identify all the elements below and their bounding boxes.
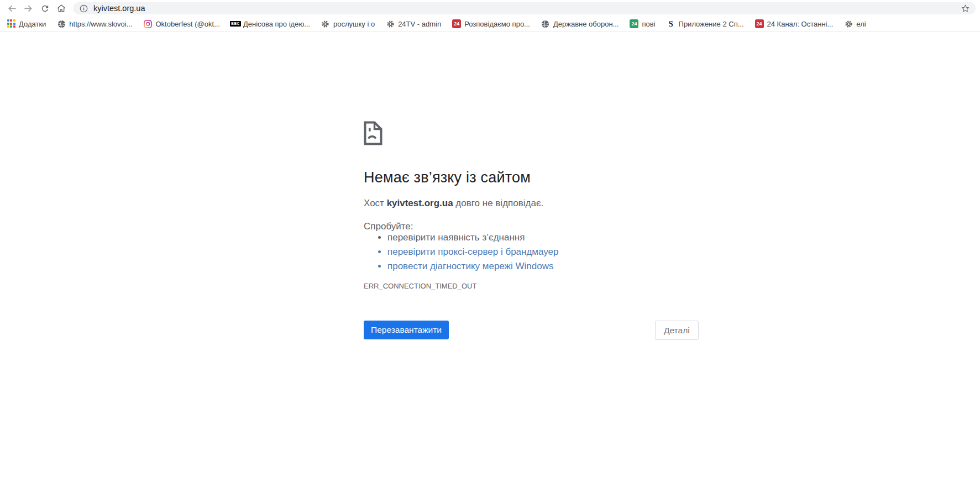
bookmark-24kanal[interactable]: 24 24 Канал: Останні... — [753, 18, 836, 29]
bookmark-prilozhenie[interactable]: S Приложение 2 Сп... — [664, 18, 746, 29]
host-prefix: Хост — [364, 198, 387, 208]
browser-window: kyivtest.org.ua Додатки https://www.slov… — [0, 0, 980, 477]
details-button[interactable]: Деталі — [655, 321, 699, 340]
badge-24-green-icon: 24 — [630, 19, 638, 28]
bookmark-povi[interactable]: 24 пові — [627, 18, 657, 29]
bookmark-label: 24TV - admin — [398, 20, 441, 28]
globe-icon — [541, 19, 550, 28]
bookmark-eli[interactable]: елі — [842, 18, 868, 29]
badge-24-red-icon: 24 — [452, 19, 461, 28]
reload-page-button[interactable]: Перезавантажити — [364, 321, 449, 339]
apps-grid-icon — [7, 19, 15, 28]
back-arrow-icon — [7, 3, 17, 14]
bookmark-label: Приложение 2 Сп... — [679, 20, 744, 28]
sad-page-icon — [364, 121, 382, 148]
bookmark-roslushku[interactable]: рослушку і о — [319, 18, 377, 29]
globe-icon — [57, 19, 66, 28]
back-button[interactable] — [3, 1, 20, 15]
browser-toolbar: kyivtest.org.ua — [0, 0, 980, 17]
error-code: ERR_CONNECTION_TIMED_OUT — [364, 282, 476, 290]
error-title: Немає зв’язку із сайтом — [364, 169, 531, 186]
forward-button[interactable] — [20, 1, 36, 15]
gear-icon — [321, 19, 330, 28]
bookmark-star-icon[interactable] — [961, 4, 970, 13]
bookmark-label: Розповідаємо про... — [464, 20, 530, 28]
address-bar[interactable]: kyivtest.org.ua — [73, 2, 976, 14]
bookmark-label: пові — [642, 20, 655, 28]
instagram-icon — [143, 19, 152, 28]
forward-arrow-icon — [23, 3, 34, 14]
bookmark-denisova[interactable]: BBC Денісова про ідею... — [229, 18, 312, 29]
bookmark-label: Денісова про ідею... — [243, 20, 310, 28]
url-text[interactable]: kyivtest.org.ua — [93, 4, 527, 13]
bookmark-slovoidilo[interactable]: https://www.slovoi... — [55, 18, 134, 29]
bookmark-rozpovidaemo[interactable]: 24 Розповідаємо про... — [450, 18, 532, 29]
host-name: kyivtest.org.ua — [387, 198, 453, 208]
home-button[interactable] — [53, 1, 70, 15]
bookmark-derzhavne[interactable]: Державне оборон... — [539, 18, 621, 29]
bookmark-label: Oktoberfest (@okt... — [155, 20, 220, 28]
home-icon — [56, 3, 66, 13]
gear-icon — [386, 19, 395, 28]
bookmarks-bar: Додатки https://www.slovoi... Oktoberfes… — [0, 17, 980, 32]
suggestions-list: перевірити наявність з’єднання перевірит… — [365, 230, 559, 273]
bookmark-label: Державне оборон... — [553, 20, 619, 28]
error-subtitle: Хост kyivtest.org.ua довго не відповідає… — [364, 198, 543, 209]
bookmark-label: елі — [856, 20, 866, 28]
page-info-icon[interactable] — [80, 4, 88, 13]
bookmark-label: рослушку і о — [333, 20, 375, 28]
bookmark-label: Додатки — [19, 20, 46, 28]
suggestion-windows-diagnostics-link[interactable]: провести діагностику мережі Windows — [387, 260, 559, 273]
suggestion-check-connection: перевірити наявність з’єднання — [387, 231, 559, 244]
suggestion-proxy-firewall-link[interactable]: перевірити проксі-сервер і брандмауер — [387, 245, 559, 259]
reload-button[interactable] — [36, 1, 53, 15]
bookmark-apps[interactable]: Додатки — [4, 18, 48, 29]
badge-24-red-icon: 24 — [755, 19, 764, 28]
bookmark-label: https://www.slovoi... — [69, 20, 132, 28]
reload-icon — [40, 4, 50, 13]
bookmark-label: 24 Канал: Останні... — [767, 20, 834, 28]
gear-icon — [844, 19, 853, 28]
bbc-icon: BBC — [231, 19, 240, 28]
bookmark-24tv-admin[interactable]: 24TV - admin — [384, 18, 443, 29]
host-suffix: довго не відповідає. — [453, 198, 544, 208]
bookmark-oktoberfest[interactable]: Oktoberfest (@okt... — [141, 18, 222, 29]
letter-s-icon: S — [667, 19, 675, 28]
